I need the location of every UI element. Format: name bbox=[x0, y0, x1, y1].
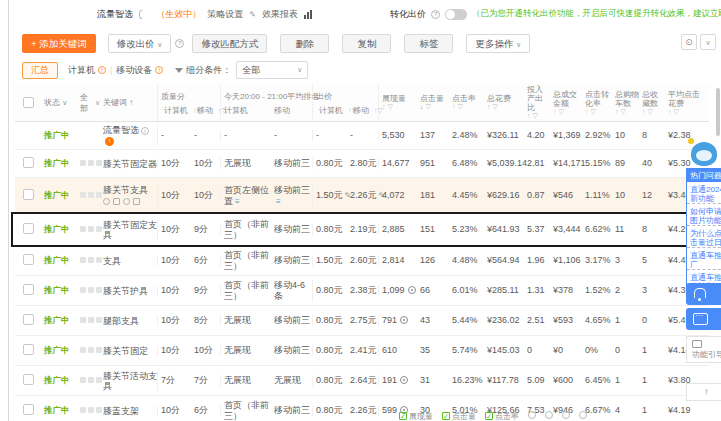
modify-bid-dropdown[interactable]: 修改出价 ∨ bbox=[108, 34, 172, 53]
bid-mobile-cell[interactable]: 2.38元 bbox=[347, 285, 379, 296]
keyword-cell[interactable]: 膝关节护具 bbox=[100, 286, 158, 296]
rank-mobile-subheader[interactable]: 移动 bbox=[271, 105, 290, 116]
bid-pc-subheader[interactable]: 计算机 ↑▽ bbox=[313, 105, 347, 116]
bid-mobile-cell[interactable]: 2.19元 bbox=[347, 224, 379, 235]
filter-select[interactable]: 全部∨ bbox=[236, 61, 308, 79]
row-checkbox[interactable] bbox=[23, 284, 34, 295]
rank-pc-subheader[interactable]: 计算机 bbox=[221, 105, 271, 116]
settings-icon[interactable]: ⊙ bbox=[681, 34, 697, 50]
table-row[interactable]: 推广中膝关节固定10分10分无展现移动前三0.80元2.41元610355.74… bbox=[15, 336, 709, 366]
table-row[interactable]: 推广中膝关节固定支具10分9分首页（非前三）移动前三0.80元2.19元2,88… bbox=[15, 214, 709, 246]
impressions-header[interactable]: 展现量↑ ▽ bbox=[379, 84, 417, 121]
feature-guide-button[interactable]: 功能引导 bbox=[686, 336, 721, 363]
table-row[interactable]: 推广中膝关节固定器10分10分无展现移动前三0.80元2.80元14,67795… bbox=[15, 150, 709, 178]
ctr-header[interactable]: 点击率↑ ▽ bbox=[449, 84, 484, 121]
help-icon[interactable]: ? bbox=[175, 39, 184, 48]
bid-pc-cell[interactable]: 0.80元 bbox=[313, 405, 347, 416]
back-to-top-button[interactable]: ↑ bbox=[686, 383, 721, 401]
cart-header[interactable]: 总购物车数↑ ▽ bbox=[612, 84, 639, 121]
scrollbar-thumb[interactable] bbox=[716, 88, 720, 136]
legend-item[interactable]: ✓点击率 bbox=[485, 411, 519, 421]
bid-mobile-cell[interactable]: 2.80元 bbox=[347, 158, 379, 169]
bid-pc-cell[interactable]: 0.80元 bbox=[313, 315, 347, 326]
bid-mobile-cell[interactable]: 2.75元 bbox=[347, 315, 379, 326]
keyword-cell[interactable]: 腿部支具 bbox=[100, 316, 158, 326]
roi-header[interactable]: 投入产出比↑ ▽ bbox=[524, 84, 550, 121]
keyword-cell[interactable]: 膝关节固定器 bbox=[100, 159, 158, 169]
table-row[interactable]: 推广中膝关节活动支具7分7分无展现无展现0.80元2.64元1913116.23… bbox=[15, 366, 709, 396]
bid-pc-cell[interactable]: 0.80元 bbox=[313, 345, 347, 356]
row-checkbox[interactable] bbox=[23, 254, 34, 265]
legend-item[interactable]: ✓展现量 bbox=[399, 411, 433, 421]
keyword-cell[interactable]: 支具 bbox=[100, 256, 158, 266]
row-action-icons[interactable] bbox=[103, 197, 157, 207]
select-all-checkbox[interactable] bbox=[23, 97, 34, 108]
favorites-header[interactable]: 总收藏数↑ ▽ bbox=[639, 84, 665, 121]
bid-pc-cell[interactable]: 0.80元 bbox=[313, 285, 347, 296]
keyword-cell[interactable]: 膝盖支架 bbox=[100, 406, 158, 416]
tab-mobile[interactable]: 移动设备! bbox=[116, 64, 163, 77]
bid-mobile-cell[interactable]: 2.26元✎ bbox=[347, 190, 379, 201]
cost-header[interactable]: 总花费↑ ▽ bbox=[484, 84, 524, 121]
impression-trend-icon[interactable] bbox=[400, 316, 408, 324]
keyword-cell[interactable]: 膝关节活动支具 bbox=[100, 371, 158, 391]
bid-pc-cell[interactable]: 0.80元 bbox=[313, 158, 347, 169]
row-checkbox[interactable] bbox=[23, 223, 34, 234]
tag-button[interactable]: 标签 bbox=[404, 34, 453, 53]
row-checkbox[interactable] bbox=[23, 404, 34, 415]
bid-mobile-cell[interactable]: 2.41元 bbox=[347, 345, 379, 356]
legend-circle-icon[interactable] bbox=[562, 411, 570, 419]
table-row[interactable]: 推广中支具10分6分首页（非前三）移动前三1.50元2.60元2,8141264… bbox=[15, 246, 709, 276]
strategy-settings-link[interactable]: 策略设置 bbox=[207, 8, 243, 21]
bell-icon[interactable] bbox=[686, 283, 721, 305]
row-checkbox[interactable] bbox=[23, 157, 34, 168]
more-actions-dropdown[interactable]: 更多操作 ∨ bbox=[466, 34, 530, 53]
keyword-cell[interactable]: 膝关节固定支具 bbox=[100, 220, 158, 240]
bid-mobile-subheader[interactable]: 移动 ↑▽ bbox=[347, 105, 383, 116]
bid-mobile-cell[interactable]: 2.64元 bbox=[347, 375, 379, 386]
table-row[interactable]: 推广中膝关节护具10分9分首页（非前三）移动4-6条0.80元2.38元1,09… bbox=[15, 276, 709, 306]
qs-pc-subheader[interactable]: 计算机 ↑▽ bbox=[158, 105, 191, 116]
all-header[interactable]: 全部 ∨ bbox=[77, 84, 100, 121]
bid-pc-cell[interactable]: 0.80元 bbox=[313, 224, 347, 235]
status-header[interactable]: 状态 ∨ bbox=[41, 84, 77, 121]
chat-icon[interactable] bbox=[686, 308, 721, 330]
bid-mobile-cell[interactable]: 2.26元 bbox=[347, 405, 379, 416]
bid-pc-cell[interactable]: - bbox=[313, 130, 347, 141]
help-link[interactable]: 如何申请图片功能 bbox=[687, 204, 721, 226]
help-link[interactable]: 直通2024新功能 bbox=[687, 182, 721, 204]
tab-computer[interactable]: 计算机! bbox=[68, 64, 106, 77]
row-checkbox[interactable] bbox=[23, 189, 34, 200]
table-row[interactable]: 推广中腿部支具10分8分无展现移动前三0.80元2.75元791435.44%¥… bbox=[15, 306, 709, 336]
legend-circle-icon[interactable] bbox=[545, 411, 553, 419]
copy-button[interactable]: 复制 bbox=[342, 34, 391, 53]
keyword-header[interactable]: 关键词 ↑ bbox=[100, 84, 158, 121]
mascot-icon[interactable] bbox=[691, 142, 717, 166]
keyword-cell[interactable]: 膝关节支具 bbox=[100, 185, 158, 207]
bid-pc-cell[interactable]: 1.50元 bbox=[313, 255, 347, 266]
conversion-bid-toggle[interactable] bbox=[445, 9, 467, 20]
cpc-header[interactable]: 平均点击花费↑ ▽ bbox=[665, 84, 707, 121]
gmv-header[interactable]: 总成交金额↑ ▽ bbox=[550, 84, 582, 121]
bid-mobile-cell[interactable]: 2.60元 bbox=[347, 255, 379, 266]
bid-pc-cell[interactable]: 1.50元✎ bbox=[313, 190, 347, 201]
bar-chart-icon[interactable] bbox=[304, 10, 312, 19]
report-link[interactable]: 效果报表 bbox=[262, 8, 298, 21]
delete-button[interactable]: 删除 bbox=[280, 34, 329, 53]
legend-circle-icon[interactable] bbox=[528, 411, 536, 419]
add-keyword-button[interactable]: + 添加关键词 bbox=[22, 34, 96, 53]
tab-summary[interactable]: 汇总 bbox=[22, 62, 58, 79]
row-checkbox[interactable] bbox=[23, 344, 34, 355]
row-checkbox[interactable] bbox=[23, 314, 34, 325]
cvr-header[interactable]: 点击转化率↑ ▽ bbox=[582, 84, 612, 121]
help-link[interactable]: 直通车推广 bbox=[687, 248, 721, 270]
table-row[interactable]: 推广中流量智选i!------5,5301372.48%¥326.114.20¥… bbox=[15, 122, 709, 150]
legend-item[interactable]: ✓点击量 bbox=[442, 411, 476, 421]
clicks-header[interactable]: 点击量↓ ▽ bbox=[417, 84, 449, 121]
keyword-cell[interactable]: 流量智选i! bbox=[100, 125, 158, 146]
keyword-cell[interactable]: 膝关节固定 bbox=[100, 346, 158, 356]
bid-pc-cell[interactable]: 0.80元 bbox=[313, 375, 347, 386]
edit-pencil-icon[interactable]: ✎ bbox=[249, 10, 256, 19]
impression-trend-icon[interactable] bbox=[400, 376, 408, 384]
modify-match-button[interactable]: 修改匹配方式 bbox=[192, 34, 267, 53]
